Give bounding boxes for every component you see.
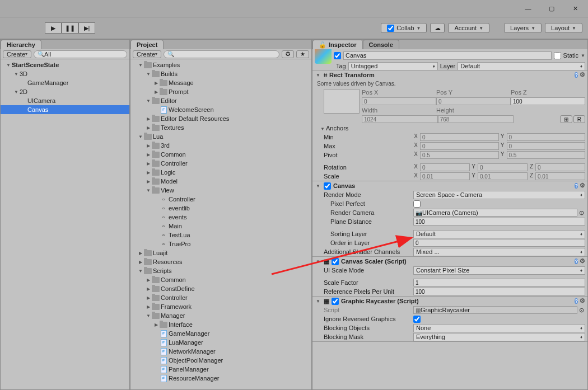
tree-item[interactable]: ▼Examples — [130, 60, 311, 69]
object-picker-icon[interactable]: ⊙ — [577, 307, 585, 314]
tree-item[interactable]: ▶ConstDefine — [130, 284, 311, 293]
hierarchy-create-button[interactable]: Create ▾ — [3, 50, 31, 58]
raycaster-header[interactable]: ▼▦Graphic Raycaster (Script)? ⚙ — [312, 297, 587, 306]
tree-item[interactable]: ▶Controller — [130, 159, 311, 168]
canvas-enabled-check[interactable] — [324, 182, 331, 190]
tree-item[interactable]: ▶Common — [130, 275, 311, 284]
anchors-label[interactable]: Anchors — [326, 125, 348, 131]
render-camera-field[interactable]: 📷 UICamera (Camera) — [413, 209, 577, 217]
blocking-objects-dropdown[interactable]: None♦ — [413, 324, 585, 332]
gameobject-name-input[interactable] — [343, 51, 552, 60]
order-field[interactable]: 0 — [413, 239, 585, 247]
help-icon[interactable]: ? — [575, 259, 578, 264]
tree-item[interactable]: ▼2D — [1, 87, 129, 96]
tree-item[interactable]: ▫events — [130, 213, 311, 222]
tree-item[interactable]: ▶Common — [130, 150, 311, 159]
tree-item[interactable]: ▶Message — [130, 78, 311, 87]
posz-field[interactable]: 100 — [511, 97, 585, 105]
tree-item[interactable]: ▫TestLua — [130, 231, 311, 239]
help-icon[interactable]: ? — [575, 298, 578, 304]
tree-item[interactable]: ▶Logic — [130, 168, 311, 177]
tree-item[interactable]: GameManager — [1, 78, 129, 87]
project-star-button[interactable]: ★ — [296, 50, 309, 58]
tree-item[interactable]: ▼Lua — [130, 132, 311, 141]
tree-item[interactable]: ▫Controller — [130, 195, 311, 204]
tree-item[interactable]: ▶Editor Default Resources — [130, 114, 311, 123]
tree-item[interactable]: ObjectPoolManager — [130, 356, 311, 365]
tree-item[interactable]: ▶Textures — [130, 123, 311, 132]
static-check[interactable] — [554, 52, 561, 59]
tree-item[interactable]: ▫Main — [130, 222, 311, 231]
tree-item[interactable]: ▶Luajit — [130, 248, 311, 257]
step-button[interactable]: ▶| — [78, 22, 95, 34]
collab-check[interactable] — [387, 25, 394, 32]
raw-edit-button[interactable]: R — [573, 115, 585, 123]
tag-dropdown[interactable]: Untagged♦ — [348, 62, 438, 71]
blocking-mask-dropdown[interactable]: Everything♦ — [413, 333, 585, 341]
help-icon[interactable]: ? — [575, 183, 578, 189]
canvas-header[interactable]: ▼Canvas? ⚙ — [312, 181, 587, 190]
object-picker-icon[interactable]: ⊙ — [577, 209, 585, 217]
hierarchy-search-input[interactable]: 🔍 All — [34, 50, 127, 58]
tab-hierarchy[interactable]: Hierarchy — [1, 40, 41, 49]
ignore-reversed-check[interactable] — [413, 316, 421, 323]
ref-pixels-field[interactable]: 100 — [413, 288, 585, 295]
gameobject-active-check[interactable] — [334, 52, 341, 59]
anchor-preview[interactable] — [324, 89, 360, 114]
layout-button[interactable]: Layout▼ — [545, 23, 582, 33]
tree-item[interactable]: GameManager — [130, 329, 311, 338]
tree-item[interactable]: ▶Model — [130, 177, 311, 186]
project-filter-button[interactable]: ✪ — [282, 50, 294, 58]
tree-item[interactable]: ▶Controller — [130, 293, 311, 302]
pause-button[interactable]: ❚❚ — [62, 22, 78, 34]
tree-item[interactable]: ▼Editor — [130, 96, 311, 105]
shader-channels-dropdown[interactable]: Mixed ...♦ — [413, 248, 585, 256]
blueprint-button[interactable]: ⊞ — [560, 115, 572, 123]
help-icon[interactable]: ? — [575, 72, 578, 78]
tree-item[interactable]: PanelManager — [130, 365, 311, 374]
project-search-input[interactable]: 🔍 — [164, 50, 279, 58]
scale-mode-dropdown[interactable]: Constant Pixel Size♦ — [413, 266, 585, 275]
rect-transform-header[interactable]: ▼⌗Rect Transform? ⚙ — [312, 71, 587, 79]
tree-item[interactable]: ResourceManager — [130, 374, 311, 383]
tree-item[interactable]: ▶Prompt — [130, 87, 311, 96]
tree-item[interactable]: LuaManager — [130, 338, 311, 347]
tree-item[interactable]: ▶3rd — [130, 141, 311, 150]
tree-item[interactable]: Canvas — [1, 105, 129, 114]
tree-item[interactable]: NetworkManager — [130, 347, 311, 356]
tree-item[interactable]: ▼Scripts — [130, 266, 311, 275]
close-icon[interactable]: ✕ — [571, 4, 579, 12]
plane-distance-field[interactable]: 100 — [413, 218, 585, 225]
render-mode-dropdown[interactable]: Screen Space - Camera♦ — [413, 191, 585, 199]
tree-item[interactable]: ▼Builds — [130, 69, 311, 78]
play-button[interactable]: ▶ — [45, 22, 62, 34]
tree-item[interactable]: ▫eventlib — [130, 204, 311, 213]
tree-item[interactable]: ▼StartSceneState — [1, 60, 129, 69]
layers-button[interactable]: Layers▼ — [504, 23, 542, 33]
collab-button[interactable]: Collab▼ — [381, 23, 427, 33]
layer-dropdown[interactable]: Default♦ — [458, 62, 585, 71]
tree-item[interactable]: WelcomeScreen — [130, 105, 311, 114]
tree-item[interactable]: UICamera — [1, 96, 129, 105]
scale-factor-field[interactable]: 1 — [413, 279, 585, 286]
scaler-header[interactable]: ▼▦Canvas Scaler (Script)? ⚙ — [312, 257, 587, 266]
pixel-perfect-check[interactable] — [413, 200, 421, 208]
tab-project[interactable]: Project — [130, 40, 164, 49]
account-button[interactable]: Account▼ — [448, 23, 489, 33]
tab-inspector[interactable]: 🔓 Inspector — [312, 40, 363, 49]
project-create-button[interactable]: Create ▾ — [133, 50, 161, 58]
tree-item[interactable]: ▼Manager — [130, 311, 311, 320]
tree-item[interactable]: ▶Resources — [130, 257, 311, 266]
tree-item[interactable]: ▶Framework — [130, 302, 311, 311]
scaler-enabled-check[interactable] — [332, 258, 339, 265]
minimize-icon[interactable]: — — [524, 4, 532, 12]
sorting-layer-dropdown[interactable]: Default♦ — [413, 230, 585, 238]
tab-console[interactable]: Console — [363, 40, 399, 49]
tree-item[interactable]: ▼3D — [1, 69, 129, 78]
tree-item[interactable]: ▫TruePro — [130, 239, 311, 248]
tree-item[interactable]: ▼View — [130, 186, 311, 195]
cloud-button[interactable]: ☁ — [430, 23, 445, 33]
raycaster-enabled-check[interactable] — [332, 298, 339, 305]
tree-item[interactable]: ▶Interface — [130, 320, 311, 329]
maximize-icon[interactable]: ▢ — [548, 4, 556, 12]
